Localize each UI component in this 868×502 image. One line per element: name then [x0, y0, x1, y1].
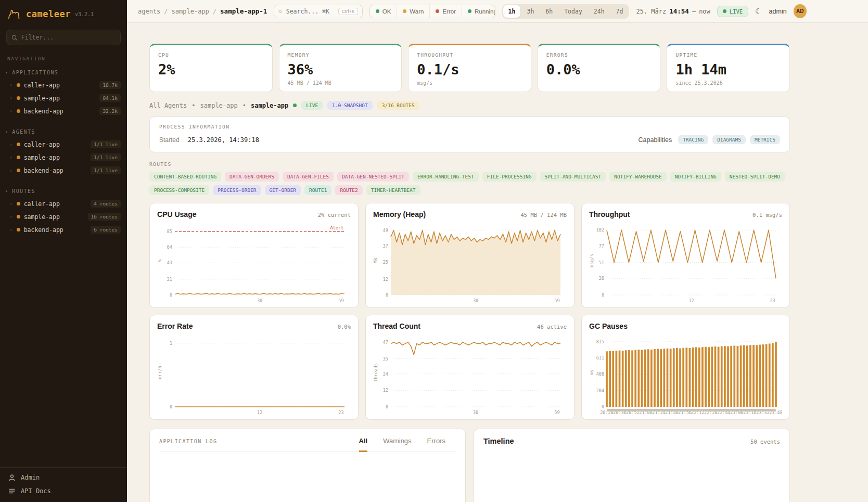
tab-errors[interactable]: Errors — [427, 437, 445, 452]
dark-mode-toggle[interactable]: ☾ — [755, 7, 762, 16]
svg-text:12: 12 — [688, 298, 694, 303]
svg-text:23: 23 — [770, 298, 775, 303]
svg-text:204: 204 — [596, 388, 604, 393]
svg-text:21: 21 — [167, 277, 172, 282]
agent-crumb-sample-app[interactable]: sample-app — [200, 102, 237, 109]
status-dot — [17, 156, 20, 159]
route-tag-data-gen-nested-split[interactable]: DATA-GEN-NESTED-SPLIT — [337, 172, 409, 182]
chevron-down-icon: ▾ — [5, 70, 8, 75]
item-badge: 1/1 live — [91, 153, 121, 161]
sidebar-item-admin[interactable]: Admin — [8, 474, 119, 481]
chevron-right-icon: › — [9, 213, 13, 220]
process-info-row: Started 25.3.2026, 14:39:18 Capabilities… — [159, 135, 780, 144]
svg-text:59: 59 — [554, 298, 559, 303]
sidebar-item-application-sample-app[interactable]: › sample-app 84.1k — [0, 92, 127, 105]
time-range-7d[interactable]: 7d — [611, 5, 629, 18]
sidebar-item-api-docs[interactable]: API Docs — [8, 487, 119, 495]
route-tag-error-handling-test[interactable]: ERROR-HANDLING-TEST — [413, 172, 479, 182]
status-dot — [17, 96, 20, 100]
route-tag-process-order[interactable]: PROCESS-ORDER — [213, 185, 261, 195]
tab-warnings[interactable]: Warnings — [383, 437, 411, 452]
tab-all[interactable]: All — [359, 437, 368, 452]
route-tag-notify-warehouse[interactable]: NOTIFY-WAREHOUSE — [609, 172, 667, 182]
svg-text:30: 30 — [257, 298, 262, 303]
section-header-routes[interactable]: ▾ ROUTES — [0, 185, 127, 197]
timeline-events-count: 50 events — [750, 439, 780, 445]
time-range-6h[interactable]: 6h — [540, 5, 558, 18]
capabilities-label: Capabilities — [639, 136, 672, 144]
item-badge: 32.2k — [99, 107, 121, 115]
time-range-1h[interactable]: 1h — [503, 5, 521, 18]
route-tag-process-composite[interactable]: PROCESS-COMPOSITE — [149, 185, 209, 195]
started-value: 25.3.2026, 14:39:18 — [188, 136, 259, 144]
routes-count-badge: 3/16 ROUTES — [377, 101, 419, 110]
svg-text:12: 12 — [383, 277, 388, 282]
route-tag-content-based-routing[interactable]: CONTENT-BASED-ROUTING — [149, 172, 221, 182]
route-tag-file-processing[interactable]: FILE-PROCESSING — [482, 172, 537, 182]
chart-current-value: 46 active — [537, 324, 567, 330]
time-range-24h[interactable]: 24h — [589, 5, 610, 18]
route-tag-notify-billing[interactable]: NOTIFY-BILLING — [670, 172, 721, 182]
app-version: v3.2.1 — [75, 11, 94, 17]
application-log-title: APPLICATION LOG — [159, 439, 217, 452]
svg-text:85: 85 — [167, 229, 172, 234]
item-badge: 16 routes — [88, 213, 121, 221]
agent-crumb-all-agents[interactable]: All Agents — [149, 102, 187, 109]
sidebar-item-agent-sample-app[interactable]: › sample-app 1/1 live — [0, 151, 127, 164]
chart-card-thread-count: Thread Count 46 active 0122435473059thre… — [365, 315, 575, 420]
svg-text:0: 0 — [170, 292, 172, 298]
sidebar-item-routes-sample-app[interactable]: › sample-app 16 routes — [0, 210, 127, 223]
chart-title: Error Rate — [157, 322, 193, 330]
section-header-applications[interactable]: ▾ APPLICATIONS — [0, 67, 127, 79]
stat-cards: CPU 2% MEMORY 36% 45 MB / 124 MB THROUGH… — [149, 44, 790, 92]
status-dot — [17, 202, 20, 205]
time-range-3h[interactable]: 3h — [521, 5, 539, 18]
route-tag-nested-split-demo[interactable]: NESTED-SPLIT-DEMO — [725, 172, 785, 182]
section-header-agents[interactable]: ▾ AGENTS — [0, 126, 127, 138]
chevron-down-icon: ▾ — [5, 130, 8, 134]
route-tag-route1[interactable]: ROUTE1 — [304, 185, 331, 195]
route-tag-split-and-multicast[interactable]: SPLIT-AND-MULTICAST — [540, 172, 606, 182]
status-filter-ok[interactable]: OK — [370, 5, 397, 18]
chevron-right-icon: › — [9, 108, 13, 114]
svg-text:59: 59 — [338, 298, 343, 303]
section-agents: ▾ AGENTS › caller-app 1/1 live › sample-… — [0, 126, 127, 177]
chart-card-error-rate: Error Rate 0.0% 011223err/h — [149, 315, 359, 420]
date-range[interactable]: 25. März 14:54 — now — [636, 7, 710, 15]
section-label: AGENTS — [12, 129, 35, 135]
filter-input[interactable] — [21, 34, 116, 41]
breadcrumb-sample-app[interactable]: sample-app — [172, 8, 209, 15]
sidebar-item-application-caller-app[interactable]: › caller-app 10.7k — [0, 79, 127, 92]
route-tag-data-gen-files[interactable]: DATA-GEN-FILES — [283, 172, 334, 182]
chevron-right-icon: › — [9, 200, 13, 207]
route-tag-timer-heartbeat[interactable]: TIMER-HEARTBEAT — [366, 185, 420, 195]
route-tag-data-gen-orders[interactable]: DATA-GEN-ORDERS — [225, 172, 279, 182]
sidebar-item-agent-backend-app[interactable]: › backend-app 1/1 live — [0, 164, 127, 177]
status-filter-error[interactable]: Error — [429, 5, 462, 18]
sidebar-item-agent-caller-app[interactable]: › caller-app 1/1 live — [0, 138, 127, 151]
global-search[interactable]: Ctrl+K — [274, 5, 362, 18]
search-input[interactable] — [286, 8, 335, 15]
range-end: now — [699, 8, 710, 15]
version-badge: 1.0-SNAPSHOT — [327, 101, 373, 110]
breadcrumb-agents[interactable]: agents — [138, 8, 160, 15]
sidebar-item-routes-caller-app[interactable]: › caller-app 4 routes — [0, 197, 127, 210]
status-filter-running[interactable]: Running — [462, 5, 495, 18]
svg-text:30: 30 — [473, 410, 478, 415]
status-dot — [17, 169, 20, 172]
live-indicator[interactable]: LIVE — [717, 6, 748, 17]
time-range-today[interactable]: Today — [559, 5, 588, 18]
capability-metrics: METRICS — [750, 135, 780, 144]
search-shortcut-badge: Ctrl+K — [338, 8, 358, 15]
chevron-right-icon: › — [9, 95, 13, 101]
avatar[interactable]: AD — [794, 4, 807, 18]
thread-count-chart: 0122435473059threads — [373, 334, 567, 416]
route-tag-route2[interactable]: ROUTE2 — [335, 185, 362, 195]
sidebar-item-application-backend-app[interactable]: › backend-app 32.2k — [0, 105, 127, 118]
sidebar-item-routes-backend-app[interactable]: › backend-app 6 routes — [0, 223, 127, 236]
breadcrumb-separator: / — [164, 8, 168, 15]
range-separator: — — [692, 8, 696, 15]
route-tag-get-order[interactable]: GET-ORDER — [265, 185, 301, 195]
status-filter-warn[interactable]: Warn — [397, 5, 429, 18]
svg-text:49: 49 — [383, 228, 388, 233]
